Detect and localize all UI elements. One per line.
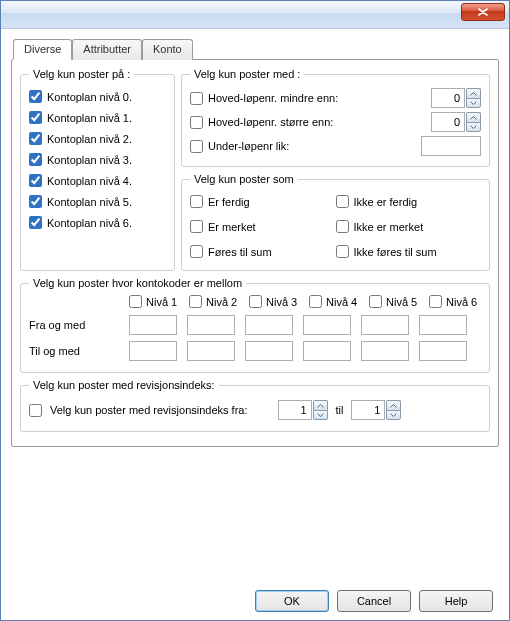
- tab-konto[interactable]: Konto: [142, 39, 193, 60]
- chk-ikke-er-merket-label: Ikke er merket: [354, 221, 424, 233]
- spin-rev-to-down[interactable]: [386, 410, 401, 420]
- chk-ikke-er-merket[interactable]: [336, 220, 349, 233]
- chk-revisjon-fra-label: Velg kun poster med revisjonsindeks fra:: [50, 404, 248, 416]
- chk-er-merket-label: Er merket: [208, 221, 256, 233]
- chk-kk-nivaa-5-label: Nivå 5: [386, 296, 417, 308]
- chevron-up-icon: [390, 404, 397, 408]
- chk-hoved-storre[interactable]: [190, 116, 203, 129]
- spin-hoved-storre-down[interactable]: [466, 122, 481, 132]
- kk-fra-5[interactable]: [361, 315, 409, 335]
- chk-nivaa-6-label: Kontoplan nivå 6.: [47, 217, 132, 229]
- group-poster-med: Velg kun poster med : Hoved-løpenr. mind…: [181, 68, 490, 167]
- chk-revisjon-fra[interactable]: [29, 404, 42, 417]
- kk-til-1[interactable]: [129, 341, 177, 361]
- chk-fores-til-sum[interactable]: [190, 245, 203, 258]
- spin-rev-to: [351, 400, 401, 420]
- spin-hoved-storre: [431, 112, 481, 132]
- chevron-up-icon: [317, 404, 324, 408]
- chk-er-ferdig-label: Er ferdig: [208, 196, 250, 208]
- chevron-down-icon: [390, 413, 397, 417]
- group-poster-som-legend: Velg kun poster som: [190, 173, 298, 185]
- chk-kk-nivaa-1-label: Nivå 1: [146, 296, 177, 308]
- chk-nivaa-5[interactable]: [29, 195, 42, 208]
- kk-fra-2[interactable]: [187, 315, 235, 335]
- cancel-button[interactable]: Cancel: [337, 590, 411, 612]
- tab-attributter[interactable]: Attributter: [72, 39, 142, 60]
- chk-hoved-storre-label: Hoved-løpenr. større enn:: [208, 116, 333, 128]
- group-poster-med-legend: Velg kun poster med :: [190, 68, 304, 80]
- chk-er-ferdig[interactable]: [190, 195, 203, 208]
- kk-til-4[interactable]: [303, 341, 351, 361]
- chk-er-merket[interactable]: [190, 220, 203, 233]
- spin-hoved-storre-input[interactable]: [431, 112, 465, 132]
- spin-hoved-storre-up[interactable]: [466, 112, 481, 122]
- dialog-window: Diverse Attributter Konto Velg kun poste…: [0, 0, 510, 621]
- chk-nivaa-6[interactable]: [29, 216, 42, 229]
- help-button[interactable]: Help: [419, 590, 493, 612]
- chk-under-lik[interactable]: [190, 140, 203, 153]
- tab-strip: Diverse Attributter Konto: [11, 39, 499, 60]
- kk-header: Nivå 1 Nivå 2 Nivå 3 Nivå 4 Nivå 5 Nivå …: [129, 295, 481, 308]
- chevron-down-icon: [470, 101, 477, 105]
- dialog-buttons: OK Cancel Help: [11, 582, 499, 612]
- kk-fra-1[interactable]: [129, 315, 177, 335]
- chk-nivaa-0-label: Kontoplan nivå 0.: [47, 91, 132, 103]
- spin-rev-from-input[interactable]: [278, 400, 312, 420]
- close-icon: [478, 8, 488, 16]
- group-poster-paa: Velg kun poster på : Kontoplan nivå 0. K…: [20, 68, 175, 271]
- client-area: Diverse Attributter Konto Velg kun poste…: [1, 29, 509, 620]
- chevron-up-icon: [470, 92, 477, 96]
- tab-diverse[interactable]: Diverse: [13, 39, 72, 60]
- spin-rev-from-up[interactable]: [313, 400, 328, 410]
- chk-ikke-fores-til-sum-label: Ikke føres til sum: [354, 246, 437, 258]
- chk-nivaa-3[interactable]: [29, 153, 42, 166]
- chk-nivaa-1-label: Kontoplan nivå 1.: [47, 112, 132, 124]
- spin-rev-to-up[interactable]: [386, 400, 401, 410]
- rev-til-word: til: [336, 404, 344, 416]
- spin-hoved-mindre-up[interactable]: [466, 88, 481, 98]
- kk-fra-label: Fra og med: [29, 319, 129, 331]
- chk-kk-nivaa-2-label: Nivå 2: [206, 296, 237, 308]
- chk-nivaa-2-label: Kontoplan nivå 2.: [47, 133, 132, 145]
- chk-nivaa-5-label: Kontoplan nivå 5.: [47, 196, 132, 208]
- chk-ikke-er-ferdig[interactable]: [336, 195, 349, 208]
- kk-fra-3[interactable]: [245, 315, 293, 335]
- chk-nivaa-4[interactable]: [29, 174, 42, 187]
- kk-fra-4[interactable]: [303, 315, 351, 335]
- kk-til-6[interactable]: [419, 341, 467, 361]
- chk-kk-nivaa-6[interactable]: [429, 295, 442, 308]
- chk-kk-nivaa-5[interactable]: [369, 295, 382, 308]
- kk-til-5[interactable]: [361, 341, 409, 361]
- chk-kk-nivaa-2[interactable]: [189, 295, 202, 308]
- spin-hoved-mindre-down[interactable]: [466, 98, 481, 108]
- spin-hoved-mindre-input[interactable]: [431, 88, 465, 108]
- chk-nivaa-4-label: Kontoplan nivå 4.: [47, 175, 132, 187]
- chevron-down-icon: [470, 125, 477, 129]
- spin-rev-to-input[interactable]: [351, 400, 385, 420]
- kk-fra-6[interactable]: [419, 315, 467, 335]
- kk-til-3[interactable]: [245, 341, 293, 361]
- chk-ikke-er-ferdig-label: Ikke er ferdig: [354, 196, 418, 208]
- group-poster-som: Velg kun poster som Er ferdig Ikke er fe…: [181, 173, 490, 271]
- chk-hoved-mindre[interactable]: [190, 92, 203, 105]
- group-poster-paa-legend: Velg kun poster på :: [29, 68, 134, 80]
- chk-kk-nivaa-1[interactable]: [129, 295, 142, 308]
- group-revisjonsindeks: Velg kun poster med revisjonsindeks: Vel…: [20, 379, 490, 432]
- chk-kk-nivaa-6-label: Nivå 6: [446, 296, 477, 308]
- chk-kk-nivaa-3[interactable]: [249, 295, 262, 308]
- chk-nivaa-0[interactable]: [29, 90, 42, 103]
- chk-ikke-fores-til-sum[interactable]: [336, 245, 349, 258]
- spin-rev-from-down[interactable]: [313, 410, 328, 420]
- ok-button[interactable]: OK: [255, 590, 329, 612]
- spin-hoved-mindre: [431, 88, 481, 108]
- chk-kk-nivaa-4-label: Nivå 4: [326, 296, 357, 308]
- chk-nivaa-1[interactable]: [29, 111, 42, 124]
- chk-kk-nivaa-3-label: Nivå 3: [266, 296, 297, 308]
- window-close-button[interactable]: [461, 3, 505, 21]
- group-revisjonsindeks-legend: Velg kun poster med revisjonsindeks:: [29, 379, 219, 391]
- under-lik-input[interactable]: [421, 136, 481, 156]
- chk-nivaa-3-label: Kontoplan nivå 3.: [47, 154, 132, 166]
- chk-kk-nivaa-4[interactable]: [309, 295, 322, 308]
- kk-til-2[interactable]: [187, 341, 235, 361]
- chk-nivaa-2[interactable]: [29, 132, 42, 145]
